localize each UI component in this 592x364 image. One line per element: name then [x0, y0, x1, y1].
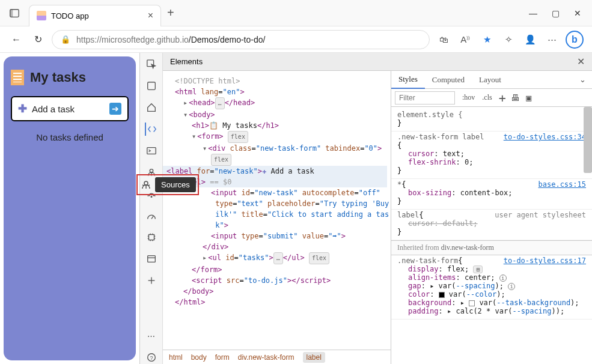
- notes-icon: [11, 70, 24, 85]
- read-aloud-icon[interactable]: A)): [457, 34, 473, 44]
- favorites-bar-icon[interactable]: ✧: [501, 34, 516, 45]
- scrollbar-thumb[interactable]: [584, 107, 592, 173]
- back-button[interactable]: ←: [8, 34, 24, 45]
- new-rule-icon[interactable]: +: [496, 91, 509, 105]
- panel-header: Elements ✕: [163, 53, 592, 71]
- window-maximize-icon[interactable]: ▢: [552, 8, 560, 18]
- overflow-icon[interactable]: ⋯: [145, 329, 158, 342]
- source-link[interactable]: to-do-styles.css:34: [504, 133, 586, 141]
- bug-icon[interactable]: [139, 178, 153, 192]
- home-icon[interactable]: [145, 101, 158, 114]
- empty-state-text: No tasks defined: [11, 132, 129, 142]
- svg-rect-18: [147, 256, 155, 262]
- svg-point-5: [150, 169, 153, 172]
- help-icon[interactable]: ?: [145, 351, 158, 364]
- print-icon[interactable]: 🖶: [509, 93, 522, 103]
- url-text: https://microsoftedge.github.io/Demos/de…: [76, 35, 265, 44]
- tab-title: TODO app: [51, 11, 89, 20]
- devtools-activity-bar: ⋯ ?: [140, 53, 163, 364]
- source-link[interactable]: to-do-styles.css:17: [504, 256, 586, 265]
- styles-pane: Styles Computed Layout ⌄ :hov .cls + 🖶 ▣: [391, 71, 592, 364]
- source-link[interactable]: base.css:15: [539, 180, 586, 189]
- tab-favicon: [37, 11, 46, 20]
- bing-button[interactable]: b: [566, 31, 584, 49]
- todo-app-pane: My tasks ✚ Add a task ➔ No tasks defined: [4, 56, 136, 360]
- more-tools-icon[interactable]: [145, 274, 158, 287]
- dom-breadcrumb[interactable]: html body form div.new-task-form label: [163, 350, 391, 364]
- console-icon[interactable]: [145, 144, 158, 157]
- svg-rect-3: [147, 82, 155, 90]
- inspect-icon[interactable]: [145, 58, 158, 71]
- panel-title: Elements: [170, 57, 203, 66]
- svg-line-26: [142, 185, 144, 186]
- window-close-icon[interactable]: ✕: [574, 8, 581, 18]
- add-task-label: Add a task: [32, 104, 75, 114]
- submit-task-button[interactable]: ➔: [109, 103, 121, 115]
- computed-toggle-icon[interactable]: ▣: [522, 93, 536, 103]
- cls-toggle[interactable]: .cls: [478, 93, 495, 102]
- lock-icon: 🔒: [61, 35, 70, 44]
- hov-toggle[interactable]: :hov: [459, 93, 478, 102]
- devtools-close-icon[interactable]: ✕: [577, 56, 585, 67]
- browser-tab[interactable]: TODO app ×: [29, 5, 161, 26]
- svg-rect-4: [147, 148, 155, 154]
- window-minimize-icon[interactable]: ―: [529, 8, 537, 18]
- tooltip-text: Sources: [155, 177, 196, 192]
- tab-computed[interactable]: Computed: [425, 71, 472, 88]
- address-bar[interactable]: 🔒 https://microsoftedge.github.io/Demos/…: [52, 30, 430, 49]
- app-title: My tasks: [11, 70, 129, 85]
- add-task-input[interactable]: ✚ Add a task ➔: [11, 96, 129, 121]
- svg-text:?: ?: [150, 355, 153, 361]
- devtools-pane: ⋯ ? Elements ✕ <!DOCTYPE html> <html lan…: [139, 53, 592, 364]
- svg-rect-1: [10, 9, 13, 17]
- profile-icon[interactable]: 👤: [522, 34, 538, 45]
- more-icon[interactable]: ⋯: [544, 34, 560, 45]
- svg-line-8: [151, 216, 154, 219]
- welcome-icon[interactable]: [145, 79, 158, 93]
- svg-rect-9: [148, 235, 154, 240]
- performance-icon[interactable]: [145, 209, 158, 222]
- svg-line-27: [148, 185, 150, 186]
- plus-icon: ✚: [18, 102, 27, 115]
- shopping-icon[interactable]: 🛍: [436, 34, 451, 44]
- tab-layout[interactable]: Layout: [472, 71, 508, 88]
- memory-icon[interactable]: [145, 231, 158, 244]
- svg-point-24: [144, 181, 148, 185]
- application-icon[interactable]: [145, 252, 158, 265]
- tab-close-icon[interactable]: ×: [148, 10, 153, 21]
- elements-icon[interactable]: [145, 123, 158, 136]
- dom-tree[interactable]: <!DOCTYPE html> <html lang="en"> ▸<head>…: [163, 71, 391, 364]
- favorite-icon[interactable]: ★: [479, 34, 495, 45]
- tab-actions-icon[interactable]: [0, 8, 29, 19]
- styles-filter-input[interactable]: [395, 91, 455, 105]
- svg-point-7: [151, 196, 152, 198]
- sources-tooltip-highlight: Sources: [136, 174, 199, 195]
- tab-styles[interactable]: Styles: [391, 71, 425, 89]
- chevron-down-icon[interactable]: ⌄: [579, 75, 592, 85]
- new-tab-button[interactable]: +: [167, 6, 174, 20]
- refresh-button[interactable]: ↻: [30, 34, 46, 45]
